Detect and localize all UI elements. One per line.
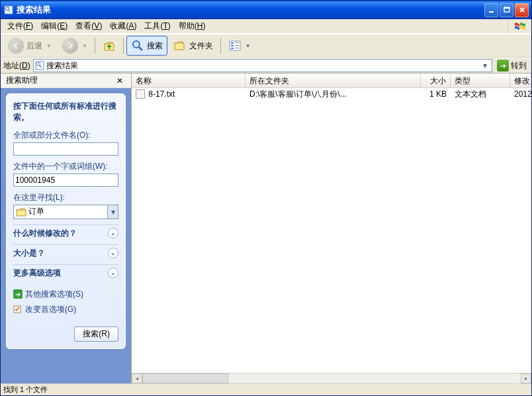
result-row[interactable]: 8-17.txt D:\客服\客服\订单\八月份\... 1 KB 文本文档 2… <box>132 88 531 100</box>
address-label: 地址(D) <box>3 60 30 72</box>
status-text: 找到 1 个文件 <box>3 385 48 395</box>
content-label: 文件中的一个字或词组(W): <box>13 161 118 172</box>
menu-bar: 文件(F) 编辑(E) 查看(V) 收藏(A) 工具(T) 帮助(H) <box>1 19 531 34</box>
svg-rect-9 <box>231 42 234 44</box>
separator <box>95 38 95 54</box>
search-companion-pane: 搜索助理 ✕ 按下面任何或所有标准进行搜索。 全部或部分文件名(O): 文件中的… <box>1 74 132 383</box>
cell-modified: 2012 <box>510 89 531 99</box>
expander-advanced[interactable]: 更多高级选项 ⌄ <box>13 264 118 281</box>
search-panel: 按下面任何或所有标准进行搜索。 全部或部分文件名(O): 文件中的一个字或词组(… <box>6 93 126 349</box>
search-button[interactable]: 搜索 <box>126 36 167 56</box>
cell-type: 文本文档 <box>451 89 510 100</box>
expander-size[interactable]: 大小是？ ⌄ <box>13 244 118 262</box>
toolbar: 后退 ▼ ▼ 搜索 文件夹 ▼ <box>1 34 531 58</box>
window-icon <box>3 5 14 15</box>
go-button[interactable]: ➔ 转到 <box>495 60 529 72</box>
close-button[interactable] <box>515 3 529 17</box>
chevron-down-icon: ⌄ <box>108 248 118 258</box>
other-search-options-link[interactable]: ➔ 其他搜索选项(S) <box>13 287 118 302</box>
up-button[interactable] <box>98 36 120 56</box>
companion-title: 搜索助理 <box>6 75 114 86</box>
svg-rect-5 <box>504 7 510 9</box>
address-value: 搜索结果 <box>46 60 480 72</box>
expander-when-modified[interactable]: 什么时候修改的？ ⌄ <box>13 224 118 242</box>
filename-input[interactable] <box>13 142 118 156</box>
window-buttons <box>484 3 529 17</box>
chevron-down-icon: ▼ <box>82 43 87 49</box>
menu-view[interactable]: 查看(V) <box>71 19 106 33</box>
folders-icon <box>173 39 187 52</box>
svg-rect-10 <box>231 45 234 46</box>
menu-help[interactable]: 帮助(H) <box>175 19 210 33</box>
column-headers: 名称 所在文件夹 大小 类型 修改 <box>132 74 531 88</box>
chevron-down-icon: ⌄ <box>108 268 118 278</box>
filename-label: 全部或部分文件名(O): <box>13 130 118 141</box>
content-area: 搜索助理 ✕ 按下面任何或所有标准进行搜索。 全部或部分文件名(O): 文件中的… <box>1 74 531 383</box>
svg-rect-3 <box>489 11 494 13</box>
forward-button[interactable]: ▼ <box>58 36 92 56</box>
chevron-down-icon[interactable]: ▾ <box>107 205 118 219</box>
separator <box>220 38 221 54</box>
svg-rect-14 <box>235 48 239 48</box>
windows-flag-icon <box>508 19 531 33</box>
menu-favorites[interactable]: 收藏(A) <box>106 19 140 33</box>
cell-in-folder: D:\客服\客服\订单\八月份\... <box>245 89 421 100</box>
back-icon <box>8 38 24 54</box>
svg-point-6 <box>133 41 140 48</box>
col-modified[interactable]: 修改 <box>510 74 531 87</box>
chevron-down-icon: ⌄ <box>108 228 118 238</box>
preferences-icon <box>13 305 22 314</box>
content-input[interactable] <box>13 173 118 187</box>
companion-body: 按下面任何或所有标准进行搜索。 全部或部分文件名(O): 文件中的一个字或词组(… <box>1 88 131 383</box>
minimize-button[interactable] <box>484 3 498 17</box>
col-name[interactable]: 名称 <box>132 74 245 87</box>
panel-heading: 按下面任何或所有标准进行搜索。 <box>13 101 118 123</box>
col-in-folder[interactable]: 所在文件夹 <box>245 74 421 87</box>
title-bar: 搜索结果 <box>1 1 531 19</box>
address-bar: 地址(D) 搜索结果 ▾ ➔ 转到 <box>1 58 531 74</box>
folders-button[interactable]: 文件夹 <box>169 36 218 56</box>
up-folder-icon <box>103 39 116 52</box>
col-type[interactable]: 类型 <box>451 74 510 87</box>
svg-rect-11 <box>231 48 234 49</box>
views-button[interactable]: ▼ <box>224 36 255 56</box>
address-combo[interactable]: 搜索结果 ▾ <box>33 59 492 72</box>
forward-icon <box>62 38 78 54</box>
window-title: 搜索结果 <box>17 4 484 16</box>
cell-size: 1 KB <box>421 89 451 99</box>
cell-name: 8-17.txt <box>148 89 175 99</box>
chevron-down-icon: ▼ <box>46 43 52 49</box>
chevron-down-icon: ▼ <box>245 43 251 49</box>
svg-rect-13 <box>235 45 239 46</box>
results-list[interactable]: 8-17.txt D:\客服\客服\订单\八月份\... 1 KB 文本文档 2… <box>132 88 531 373</box>
change-preferences-link[interactable]: 改变首选项(G) <box>13 302 118 317</box>
col-size[interactable]: 大小 <box>421 74 451 87</box>
svg-rect-12 <box>235 42 239 43</box>
separator <box>123 38 124 54</box>
svg-line-7 <box>139 47 142 50</box>
arrow-icon: ➔ <box>13 289 22 299</box>
scroll-right-button[interactable]: ▸ <box>521 373 531 383</box>
menu-tools[interactable]: 工具(T) <box>140 19 174 33</box>
search-icon <box>131 39 144 52</box>
maximize-button[interactable] <box>500 3 513 17</box>
companion-header: 搜索助理 ✕ <box>1 74 131 88</box>
lookin-label: 在这里寻找(L): <box>13 192 118 203</box>
chevron-down-icon[interactable]: ▾ <box>480 61 490 70</box>
lookin-select[interactable]: 订单 ▾ <box>13 205 118 219</box>
menu-edit[interactable]: 编辑(E) <box>37 19 71 33</box>
horizontal-scrollbar[interactable]: ◂ ▸ <box>132 373 531 383</box>
menu-file[interactable]: 文件(F) <box>3 19 37 33</box>
close-pane-button[interactable]: ✕ <box>114 76 126 85</box>
status-bar: 找到 1 个文件 <box>1 383 531 395</box>
search-submit-button[interactable]: 搜索(R) <box>74 326 118 342</box>
address-icon <box>35 61 44 70</box>
scroll-thumb[interactable] <box>142 373 228 383</box>
views-icon <box>228 39 242 52</box>
folder-icon <box>16 207 26 217</box>
scroll-left-button[interactable]: ◂ <box>132 373 142 383</box>
back-button[interactable]: 后退 ▼ <box>3 36 56 56</box>
results-pane: 名称 所在文件夹 大小 类型 修改 8-17.txt D:\客服\客服\订单\八… <box>132 74 531 383</box>
go-icon: ➔ <box>497 60 509 72</box>
text-file-icon <box>136 89 145 99</box>
